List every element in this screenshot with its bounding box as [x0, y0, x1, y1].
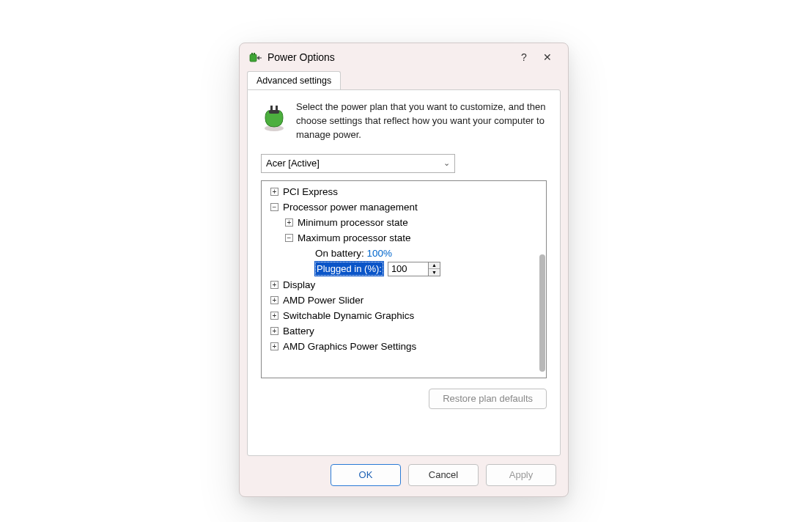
tree-node-display[interactable]: +Display	[266, 277, 545, 293]
tabs-row: Advanced settings	[240, 71, 568, 89]
tree-node-min-processor-state[interactable]: +Minimum processor state	[266, 215, 545, 230]
on-battery-label: On battery:	[315, 248, 364, 259]
collapse-icon[interactable]: −	[270, 203, 278, 211]
tree-node-max-processor-state[interactable]: −Maximum processor state	[266, 230, 545, 246]
svg-rect-0	[250, 54, 256, 62]
power-options-dialog: Power Options ? ✕ Advanced settings Sele…	[239, 43, 569, 497]
spinner-up-icon[interactable]: ▲	[429, 262, 440, 270]
svg-rect-7	[269, 110, 279, 114]
power-plan-icon	[261, 102, 287, 133]
expand-icon[interactable]: +	[270, 342, 278, 350]
expand-icon[interactable]: +	[270, 188, 278, 196]
plugged-in-input[interactable]	[388, 262, 428, 276]
expand-icon[interactable]: +	[270, 327, 278, 335]
close-button[interactable]: ✕	[537, 47, 558, 67]
titlebar: Power Options ? ✕	[240, 43, 568, 71]
plugged-in-label[interactable]: Plugged in (%):	[315, 262, 383, 276]
expand-icon[interactable]: +	[270, 312, 278, 320]
spinner-down-icon[interactable]: ▼	[429, 269, 440, 276]
restore-row: Restore plan defaults	[261, 389, 547, 409]
svg-rect-1	[251, 53, 253, 55]
cancel-button[interactable]: Cancel	[408, 464, 479, 486]
power-plan-select[interactable]: Acer [Active] ⌄	[261, 154, 455, 173]
spinner-buttons: ▲ ▼	[428, 262, 440, 276]
dialog-title: Power Options	[267, 51, 511, 63]
expand-icon[interactable]: +	[285, 218, 293, 227]
on-battery-value[interactable]: 100%	[367, 248, 393, 259]
ok-button[interactable]: OK	[331, 464, 401, 486]
expand-icon[interactable]: +	[270, 281, 278, 289]
tree-node-battery[interactable]: +Battery	[266, 323, 545, 339]
power-plan-selected: Acer [Active]	[266, 158, 320, 169]
tree-node-pci-express[interactable]: +PCI Express	[266, 184, 545, 199]
tree-node-processor-power-management[interactable]: −Processor power management	[266, 199, 545, 215]
tree-leaf-plugged-in: Plugged in (%): ▲ ▼	[315, 261, 545, 277]
expand-icon[interactable]: +	[270, 296, 278, 304]
restore-defaults-button[interactable]: Restore plan defaults	[429, 389, 547, 409]
tab-advanced-settings[interactable]: Advanced settings	[247, 71, 341, 89]
collapse-icon[interactable]: −	[285, 234, 293, 242]
tab-panel: Select the power plan that you want to c…	[247, 89, 561, 456]
description-row: Select the power plan that you want to c…	[261, 100, 547, 142]
tree-leaf-on-battery[interactable]: On battery: 100%	[315, 246, 545, 261]
apply-button[interactable]: Apply	[486, 464, 556, 486]
chevron-down-icon: ⌄	[443, 158, 450, 168]
plugged-in-spinner[interactable]: ▲ ▼	[388, 262, 440, 276]
dialog-footer: OK Cancel Apply	[240, 455, 568, 496]
settings-tree: +PCI Express −Processor power management…	[261, 180, 547, 378]
tree-node-switchable-graphics[interactable]: +Switchable Dynamic Graphics	[266, 308, 545, 323]
description-text: Select the power plan that you want to c…	[296, 100, 547, 142]
tree-node-amd-power-slider[interactable]: +AMD Power Slider	[266, 293, 545, 308]
svg-rect-2	[254, 53, 255, 55]
tree-scrollbar[interactable]	[539, 254, 545, 372]
battery-plug-icon	[248, 51, 262, 64]
tree-node-amd-graphics-settings[interactable]: +AMD Graphics Power Settings	[266, 339, 545, 354]
help-button[interactable]: ?	[514, 47, 534, 67]
